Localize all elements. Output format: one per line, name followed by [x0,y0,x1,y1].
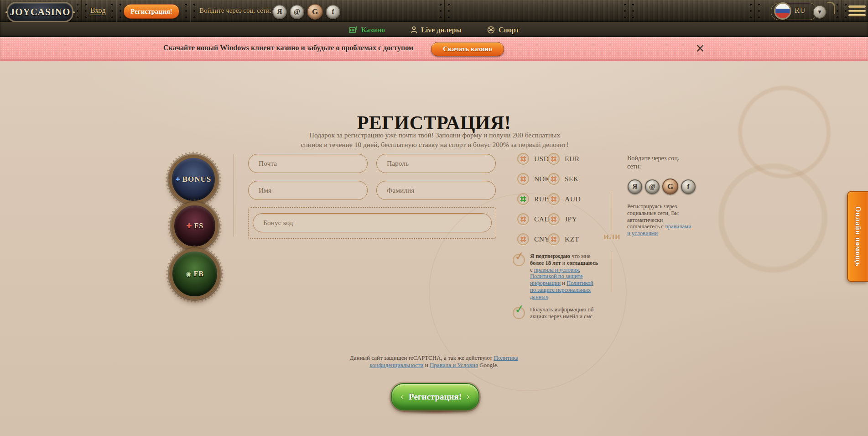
currency-options: USDEURNOKSEKRUBAUDCADJPYCNYKZT [517,149,582,249]
currency-label: EUR [565,155,580,163]
radio-EUR[interactable] [548,153,560,165]
tab-label: Казино [361,26,385,34]
email-input[interactable] [248,154,368,173]
logo-dot [5,11,7,13]
ball-icon [487,26,495,34]
joycasino-logo[interactable]: JOYCASINO [7,2,73,22]
currency-label: KZT [565,235,579,243]
checkmark-icon: ✓ [514,303,525,315]
facebook-icon[interactable]: f [681,179,696,194]
language-code: RU [795,6,806,15]
radio-CAD[interactable] [517,213,529,225]
main-nav: Казино Live дилеры Спорт [0,22,868,37]
age-agree-text: Я подтверждаю что мне более 18 лет и сог… [530,253,598,300]
currency-option-USD[interactable]: USD [517,149,548,169]
radio-NOK[interactable] [517,173,529,185]
right-arrow-icon: › [466,392,470,402]
soccer-ball-icon: ◉ [186,270,192,278]
text-link[interactable]: правила и условия [534,267,579,273]
tab-label: Live дилеры [421,26,462,34]
login-link[interactable]: Вход [90,6,106,15]
menu-icon[interactable] [848,5,866,19]
slot-machine-icon [349,26,358,34]
currency-option-AUD[interactable]: AUD [548,189,582,209]
bonus-badge: ✚ BONUS [169,155,218,204]
password-input[interactable] [376,154,496,173]
radio-JPY[interactable] [548,213,560,225]
freespins-badge: ✚ FS [171,202,218,250]
currency-option-CAD[interactable]: CAD [517,209,548,229]
firstname-input[interactable] [248,181,368,200]
russia-flag-icon [774,2,791,20]
promo-checkbox[interactable]: ✓ [513,307,525,319]
register-button[interactable]: Регистрация! [124,4,179,19]
rivet-separator [623,0,635,22]
facebook-icon[interactable]: f [326,5,340,19]
close-icon[interactable]: × [693,41,707,55]
coffee-stain-decoration [718,163,827,273]
currency-option-SEK[interactable]: SEK [548,169,582,189]
radio-RUB[interactable] [517,193,529,205]
radio-KZT[interactable] [548,233,560,245]
rivet-separator [76,0,88,22]
aside-social-icons: Я@Gf [628,179,696,194]
rivet-separator [184,0,196,22]
recaptcha-note: Данный сайт защищен reCAPTCHA, а так же … [346,354,522,368]
radio-AUD[interactable] [548,193,560,205]
google-icon[interactable]: G [662,179,678,194]
currency-option-CNY[interactable]: CNY [517,229,548,249]
currency-option-NOK[interactable]: NOK [517,169,548,189]
currency-option-RUB[interactable]: RUB [517,189,548,209]
currency-label: JPY [565,215,577,223]
or-label: ИЛИ [599,233,625,241]
currency-option-EUR[interactable]: EUR [548,149,582,169]
currency-label: RUB [534,195,549,203]
rivet-separator [439,0,451,22]
currency-option-KZT[interactable]: KZT [548,229,582,249]
mail-icon[interactable]: @ [645,179,660,194]
radio-SEK[interactable] [548,173,560,185]
tab-live-dealers[interactable]: Live дилеры [411,26,462,34]
plus-icon: ✚ [176,176,181,183]
rivet-separator [836,0,847,22]
rivet-separator [749,0,761,22]
page-subtitle: Подарок за регистрацию уже почти твой! З… [300,130,569,150]
top-social-icons: Я@Gf [272,4,340,20]
currency-option-JPY[interactable]: JPY [548,209,582,229]
top-social-label: Войдите через соц. сети: [199,7,271,15]
rivet-separator [110,0,122,22]
pipe-decoration [827,2,835,14]
tab-sport[interactable]: Спорт [487,26,519,34]
tab-casino[interactable]: Казино [349,26,385,34]
yandex-icon[interactable]: Я [628,179,642,194]
freebet-badge: ◉ FB [169,248,220,299]
online-help-tab[interactable]: Онлайн помощь [847,191,868,282]
lastname-input[interactable] [376,181,496,200]
left-arrow-icon: ‹ [400,392,404,402]
google-icon[interactable]: G [307,4,323,20]
yandex-icon[interactable]: Я [272,5,287,19]
download-casino-button[interactable]: Скачать казино [431,42,504,56]
text-link[interactable]: Правила и Условия [430,362,478,368]
bonus-code-input[interactable] [253,213,492,232]
language-dropdown-arrow[interactable]: ▼ [813,5,826,19]
or-divider-line [612,252,612,292]
currency-label: AUD [565,195,581,203]
logo-dot [73,11,75,13]
currency-label: SEK [565,175,579,183]
download-banner: Скачайте новый Windows клиент казино и з… [0,37,868,61]
tab-label: Спорт [499,26,519,34]
promo-text: Получать информацию об акциях через имей… [530,306,601,320]
submit-registration-button[interactable]: ‹ Регистрация! › [391,383,479,410]
logo-text: JOYCASINO [10,6,71,18]
or-divider-line [612,192,612,232]
form-divider-line [234,154,234,236]
radio-USD[interactable] [517,153,529,165]
checkmark-icon: ✓ [514,250,525,263]
age-agree-checkbox[interactable]: ✓ [513,254,525,266]
dealer-icon [411,26,417,34]
mail-icon[interactable]: @ [290,5,304,19]
radio-CNY[interactable] [517,233,529,245]
aside-social-note: Регистрируясь через социальные сети, Вы … [627,203,694,237]
currency-label: USD [534,155,549,163]
